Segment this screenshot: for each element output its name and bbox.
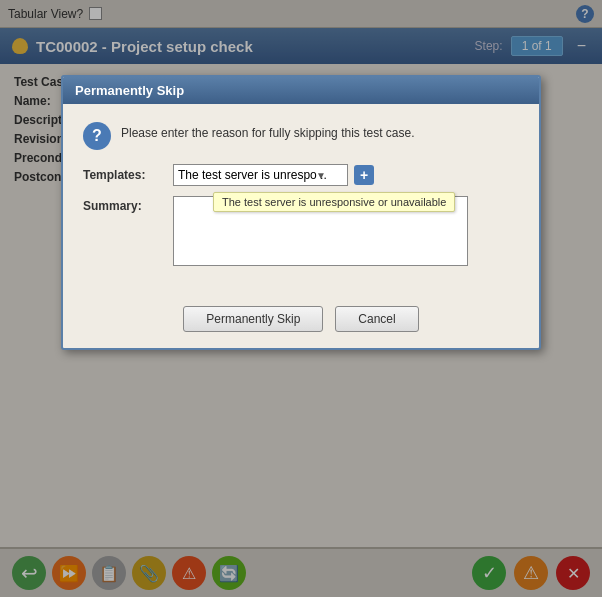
templates-row: Templates: The test server is unrespo ..…: [83, 164, 519, 186]
question-icon: ?: [83, 122, 111, 150]
summary-label: Summary:: [83, 196, 173, 213]
permanently-skip-modal: Permanently Skip ? Please enter the reas…: [61, 75, 541, 350]
cancel-button[interactable]: Cancel: [335, 306, 418, 332]
permanently-skip-button[interactable]: Permanently Skip: [183, 306, 323, 332]
add-template-button[interactable]: +: [354, 165, 374, 185]
modal-footer: Permanently Skip Cancel: [63, 296, 539, 348]
templates-label: Templates:: [83, 168, 173, 182]
modal-title: Permanently Skip: [75, 83, 184, 98]
modal-header: Permanently Skip: [63, 77, 539, 104]
modal-overlay: Permanently Skip ? Please enter the reas…: [0, 0, 602, 597]
template-dropdown-wrapper: The test server is unrespo ... ▼ The tes…: [173, 164, 348, 186]
template-select[interactable]: The test server is unrespo ...: [173, 164, 348, 186]
message-row: ? Please enter the reason for fully skip…: [83, 120, 519, 150]
modal-body: ? Please enter the reason for fully skip…: [63, 104, 539, 296]
modal-message: Please enter the reason for fully skippi…: [121, 120, 415, 140]
template-tooltip: The test server is unresponsive or unava…: [213, 192, 455, 212]
